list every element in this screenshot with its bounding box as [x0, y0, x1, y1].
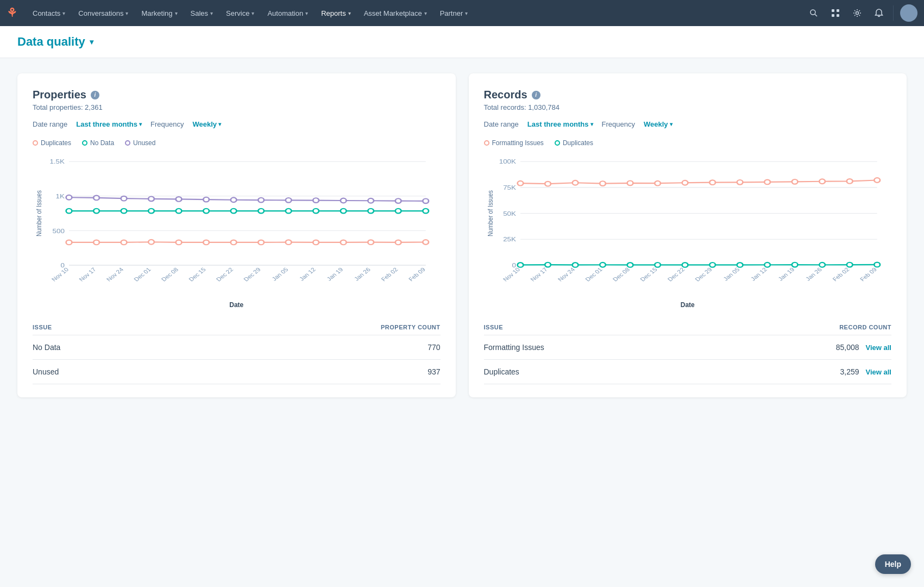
nav-marketing[interactable]: Marketing ▾ — [135, 0, 184, 26]
view-all-link[interactable]: View all — [859, 368, 891, 376]
svg-point-125 — [846, 263, 852, 267]
svg-point-6 — [856, 12, 859, 15]
svg-point-109 — [791, 179, 797, 184]
svg-point-48 — [148, 209, 154, 214]
svg-point-55 — [341, 209, 347, 214]
avatar[interactable] — [900, 4, 917, 22]
legend-nodata: No Data — [82, 139, 114, 147]
nav-asset-marketplace[interactable]: Asset Marketplace ▾ — [357, 0, 433, 26]
nav-reports[interactable]: Reports ▾ — [315, 0, 357, 26]
legend-rec-duplicates: Duplicates — [555, 139, 593, 147]
nav-automation[interactable]: Automation ▾ — [261, 0, 315, 26]
page-title-dropdown-icon: ▾ — [90, 38, 93, 46]
svg-rect-5 — [837, 14, 839, 17]
svg-point-107 — [737, 180, 743, 185]
svg-point-113 — [517, 263, 523, 267]
grid-icon[interactable] — [826, 3, 845, 23]
chevron-down-icon: ▾ — [465, 10, 468, 16]
notifications-icon[interactable] — [869, 3, 889, 23]
svg-point-57 — [395, 209, 401, 214]
table-row: Unused937 — [33, 360, 441, 384]
legend-dot-unused — [125, 140, 130, 146]
svg-point-54 — [313, 209, 319, 214]
svg-text:Dec 08: Dec 08 — [160, 266, 179, 282]
svg-point-38 — [258, 240, 264, 245]
svg-text:Number of Issues: Number of Issues — [35, 190, 43, 236]
page-title[interactable]: Data quality ▾ — [17, 35, 907, 49]
svg-point-121 — [737, 263, 743, 267]
nav-sales[interactable]: Sales ▾ — [184, 0, 220, 26]
properties-frequency-dropdown[interactable]: Weekly ▾ — [192, 120, 221, 128]
svg-point-124 — [819, 263, 825, 267]
chevron-down-icon: ▾ — [348, 10, 351, 16]
svg-text:Nov 10: Nov 10 — [501, 266, 521, 282]
svg-point-68 — [313, 198, 319, 203]
records-legend: Formatting Issues Duplicates — [484, 139, 892, 147]
svg-point-108 — [764, 180, 770, 185]
top-navigation: ⚘ Contacts ▾ Conversations ▾ Marketing ▾… — [0, 0, 924, 26]
svg-text:Nov 24: Nov 24 — [105, 266, 124, 282]
table-row: Formatting Issues85,008View all — [484, 335, 892, 360]
records-date-range-dropdown[interactable]: Last three months ▾ — [527, 120, 593, 128]
legend-dot-nodata — [82, 140, 87, 146]
svg-text:Jan 12: Jan 12 — [298, 266, 317, 282]
svg-point-51 — [231, 209, 237, 214]
nav-service[interactable]: Service ▾ — [219, 0, 261, 26]
properties-date-range-dropdown[interactable]: Last three months ▾ — [76, 120, 142, 128]
svg-text:Dec 22: Dec 22 — [666, 266, 686, 282]
settings-icon[interactable] — [847, 3, 867, 23]
svg-point-56 — [368, 209, 374, 214]
page-header: Data quality ▾ — [0, 26, 924, 58]
svg-rect-4 — [832, 14, 834, 17]
svg-point-64 — [203, 197, 209, 202]
legend-duplicates: Duplicates — [33, 139, 71, 147]
chevron-down-icon: ▾ — [670, 121, 672, 127]
svg-point-116 — [600, 263, 606, 267]
svg-text:Dec 15: Dec 15 — [187, 266, 207, 282]
svg-point-102 — [600, 181, 606, 186]
svg-point-37 — [231, 240, 237, 245]
svg-text:Jan 05: Jan 05 — [271, 266, 290, 282]
records-chart-xlabel: Date — [484, 301, 892, 309]
records-chart: 100K75K50K25K0Number of IssuesNov 10Nov … — [484, 153, 892, 295]
hubspot-logo[interactable]: ⚘ — [7, 6, 17, 20]
properties-subtitle: Total properties: 2,361 — [33, 103, 441, 111]
records-info-icon[interactable]: i — [532, 91, 540, 99]
view-all-link[interactable]: View all — [859, 344, 891, 352]
properties-info-icon[interactable]: i — [91, 91, 99, 99]
svg-point-110 — [819, 179, 825, 184]
svg-text:Jan 05: Jan 05 — [721, 266, 740, 282]
nav-divider — [893, 5, 894, 21]
nav-contacts[interactable]: Contacts ▾ — [26, 0, 72, 26]
svg-point-101 — [572, 180, 578, 185]
svg-point-112 — [874, 178, 880, 183]
records-issue-table: ISSUE RECORD COUNT Formatting Issues85,0… — [484, 320, 892, 384]
svg-point-111 — [846, 179, 852, 184]
svg-point-123 — [791, 263, 797, 267]
svg-point-49 — [176, 209, 182, 214]
nav-partner[interactable]: Partner ▾ — [433, 0, 475, 26]
svg-text:Dec 01: Dec 01 — [583, 266, 603, 282]
svg-point-103 — [627, 180, 633, 185]
svg-text:Nov 24: Nov 24 — [556, 266, 576, 282]
svg-point-36 — [203, 240, 209, 245]
svg-text:Dec 29: Dec 29 — [693, 266, 713, 282]
svg-point-105 — [682, 180, 688, 185]
properties-title: Properties i — [33, 89, 441, 101]
svg-point-53 — [286, 209, 292, 214]
svg-point-104 — [655, 181, 661, 186]
properties-chart: 1.5K1K5000Number of IssuesNov 10Nov 17No… — [33, 153, 441, 295]
records-frequency-dropdown[interactable]: Weekly ▾ — [644, 120, 672, 128]
records-subtitle: Total records: 1,030,784 — [484, 103, 892, 111]
svg-point-114 — [545, 263, 551, 267]
svg-point-66 — [258, 198, 264, 203]
nav-conversations[interactable]: Conversations ▾ — [72, 0, 135, 26]
records-card: Records i Total records: 1,030,784 Date … — [469, 73, 907, 397]
search-icon[interactable] — [804, 3, 824, 23]
svg-text:Feb 02: Feb 02 — [831, 266, 850, 282]
svg-point-35 — [176, 240, 182, 245]
chevron-down-icon: ▾ — [424, 10, 427, 16]
legend-formatting: Formatting Issues — [484, 139, 544, 147]
chevron-down-icon: ▾ — [218, 121, 221, 127]
svg-point-65 — [231, 197, 237, 202]
